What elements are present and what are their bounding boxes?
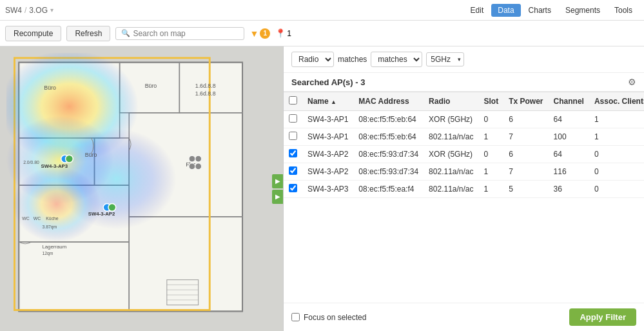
search-icon: 🔍: [121, 29, 130, 37]
col-assoc[interactable]: Assoc. Clients: [589, 92, 644, 111]
pin-count: 1: [287, 29, 291, 38]
toolbar: Recompute Refresh 🔍 ▼ 1 📍 1: [0, 21, 644, 46]
row-slot: 1: [479, 181, 504, 198]
svg-point-35: [195, 155, 202, 162]
row-assoc-clients: 0: [589, 181, 644, 198]
filter-icon: ▼: [249, 28, 259, 39]
top-nav: SW4 / 3.OG ▾ Edit Data Charts Segments T…: [0, 0, 644, 21]
data-button[interactable]: Data: [491, 4, 520, 17]
filter-row: Radio matches matches 5GHz ▾: [284, 46, 644, 73]
svg-text:Lagerraum: Lagerraum: [42, 244, 66, 250]
row-assoc-clients: 1: [589, 128, 644, 146]
row-mac: 08:ec:f5:f5:eb:64: [353, 111, 424, 128]
apply-filter-button[interactable]: Apply Filter: [569, 308, 636, 326]
svg-point-34: [189, 155, 195, 162]
svg-text:1.6d.8.8: 1.6d.8.8: [195, 83, 216, 89]
row-slot: 0: [479, 146, 504, 163]
row-txpower: 6: [503, 146, 548, 163]
table-row: SW4-3-AP2 08:ec:f5:93:d7:34 XOR (5GHz) 0…: [284, 146, 644, 163]
row-name: SW4-3-AP3: [302, 181, 353, 198]
row-radio: 802.11a/n/ac: [424, 128, 478, 146]
charts-button[interactable]: Charts: [522, 4, 558, 17]
row-txpower: 5: [503, 181, 548, 198]
row-slot: 1: [479, 128, 504, 146]
svg-text:3.87qm: 3.87qm: [42, 225, 57, 230]
svg-text:Büro: Büro: [44, 85, 56, 91]
svg-text:Küche: Küche: [46, 216, 59, 221]
pin-badge[interactable]: 📍 1: [275, 28, 291, 38]
col-name[interactable]: Name ▲: [302, 92, 353, 111]
filter-badge[interactable]: ▼ 1: [249, 28, 270, 39]
floor-plan-svg: Büro Büro 1.6d.8.8 1.6d.8.8 Büro Flur WC…: [6, 53, 264, 324]
row-checkbox-0[interactable]: [289, 114, 297, 123]
row-checkbox-1[interactable]: [289, 132, 297, 140]
gear-icon[interactable]: ⚙: [628, 77, 636, 87]
bottom-row: Focus on selected Apply Filter: [284, 303, 644, 331]
edit-button[interactable]: Edit: [464, 4, 491, 17]
row-checkbox-cell[interactable]: [284, 111, 302, 128]
breadcrumb-separator: /: [24, 6, 26, 15]
row-channel: 64: [549, 111, 589, 128]
row-name: SW4-3-AP1: [302, 111, 353, 128]
row-name: SW4-3-AP2: [302, 163, 353, 181]
svg-text:WC: WC: [22, 216, 29, 221]
map-panel[interactable]: Büro Büro 1.6d.8.8 1.6d.8.8 Büro Flur WC…: [0, 46, 284, 331]
svg-text:1.6d.8.8: 1.6d.8.8: [195, 90, 216, 97]
breadcrumb-root[interactable]: SW4: [5, 6, 22, 15]
select-all-checkbox[interactable]: [289, 96, 297, 105]
col-txpower[interactable]: Tx Power: [503, 92, 548, 111]
row-radio: XOR (5GHz): [424, 146, 478, 163]
filter-operator-select[interactable]: matches: [371, 52, 422, 67]
col-mac[interactable]: MAC Address: [353, 92, 424, 111]
row-assoc-clients: 0: [589, 146, 644, 163]
pin-icon: 📍: [275, 28, 286, 38]
svg-text:12qm: 12qm: [42, 251, 53, 256]
recompute-button[interactable]: Recompute: [5, 26, 61, 41]
col-radio[interactable]: Radio: [424, 92, 478, 111]
top-nav-buttons: Edit Data Charts Segments Tools: [464, 4, 639, 17]
svg-text:2.0/0.80: 2.0/0.80: [23, 160, 39, 165]
row-channel: 116: [549, 163, 589, 181]
row-checkbox-3[interactable]: [289, 166, 297, 175]
col-channel[interactable]: Channel: [549, 92, 589, 111]
table-header: Name ▲ MAC Address Radio Slot Tx Power C…: [284, 92, 644, 111]
row-txpower: 7: [503, 163, 548, 181]
matches-label: matches: [338, 55, 367, 64]
breadcrumb-current: 3.OG: [29, 6, 48, 15]
row-mac: 08:ec:f5:f5:ea:f4: [353, 181, 424, 198]
search-input[interactable]: [133, 29, 236, 38]
table-row: SW4-3-AP3 08:ec:f5:f5:ea:f4 802.11a/n/ac…: [284, 181, 644, 198]
svg-point-37: [195, 163, 202, 170]
expand-up-arrow[interactable]: ▶: [272, 174, 284, 188]
row-checkbox-2[interactable]: [289, 149, 297, 157]
filter-value-arrow: ▾: [458, 56, 461, 63]
focus-on-selected-checkbox[interactable]: [291, 313, 300, 321]
row-assoc-clients: 1: [589, 111, 644, 128]
row-checkbox-cell[interactable]: [284, 163, 302, 181]
side-arrows: ▶ ▶: [272, 174, 284, 204]
col-slot[interactable]: Slot: [479, 92, 504, 111]
tools-button[interactable]: Tools: [608, 4, 639, 17]
row-assoc-clients: 0: [589, 163, 644, 181]
table-row: SW4-3-AP2 08:ec:f5:93:d7:34 802.11a/n/ac…: [284, 163, 644, 181]
search-box: 🔍: [115, 27, 244, 40]
row-checkbox-cell[interactable]: [284, 128, 302, 146]
refresh-button[interactable]: Refresh: [66, 26, 110, 41]
svg-point-32: [108, 203, 116, 211]
table-title: Searched AP(s) - 3: [291, 77, 365, 87]
chevron-down-icon: ▾: [50, 6, 54, 14]
segments-button[interactable]: Segments: [559, 4, 607, 17]
focus-on-selected-label[interactable]: Focus on selected: [291, 313, 366, 322]
row-txpower: 7: [503, 128, 548, 146]
row-txpower: 6: [503, 111, 548, 128]
table-scroll-area[interactable]: Name ▲ MAC Address Radio Slot Tx Power C…: [284, 92, 644, 303]
row-checkbox-4[interactable]: [289, 184, 297, 192]
table-row: SW4-3-AP1 08:ec:f5:f5:eb:64 802.11a/n/ac…: [284, 128, 644, 146]
right-panel: Radio matches matches 5GHz ▾ Searched AP…: [284, 46, 644, 331]
svg-point-14: [13, 166, 101, 242]
svg-point-36: [189, 163, 195, 170]
expand-down-arrow[interactable]: ▶: [272, 190, 284, 204]
row-checkbox-cell[interactable]: [284, 146, 302, 163]
filter-field-select[interactable]: Radio: [291, 52, 334, 67]
row-checkbox-cell[interactable]: [284, 181, 302, 198]
